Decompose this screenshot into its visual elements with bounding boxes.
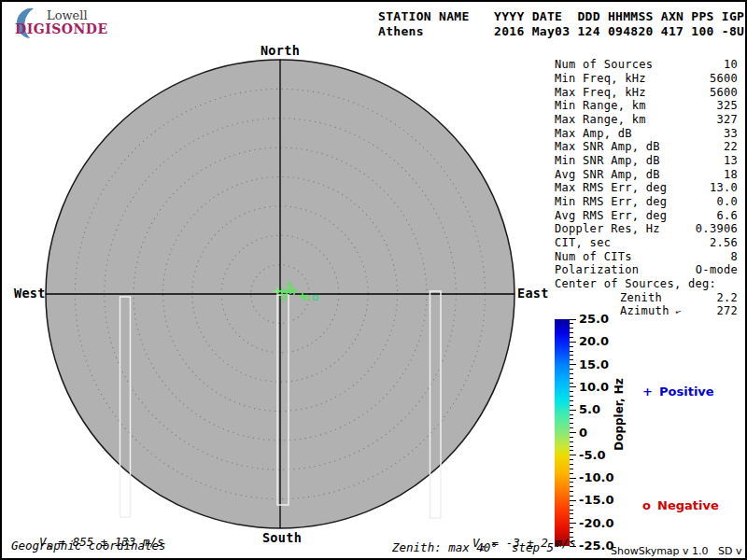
colorbar-tick (570, 323, 573, 324)
lowell-digisonde-logo: Lowell DIGISONDE (7, 7, 129, 38)
logo-digisonde-text: DIGISONDE (15, 21, 108, 36)
stat-value: 327 (716, 113, 738, 126)
colorbar-tick-label: 15.0 (579, 357, 609, 371)
stat-row: Min SNR Amp, dB13 (555, 154, 738, 168)
colorbar-tick-label: 10.0 (579, 380, 609, 394)
colorbar-tick (570, 450, 573, 451)
azimuth-direction-icon: ← (673, 306, 682, 317)
colorbar-tick (570, 319, 576, 320)
stat-value: 22 (724, 140, 738, 153)
colorbar-tick-label: -25.0 (579, 539, 613, 553)
stat-value: 5600 (710, 86, 738, 99)
zenith-ring (134, 147, 427, 441)
colorbar-tick (570, 369, 573, 370)
plus-marker-icon: + (642, 385, 653, 399)
colorbar-tick (570, 400, 573, 401)
datetime-header: YYYY DATE DDD HHMMSS AXN PPS IGP (494, 9, 744, 23)
colorbar-tick (570, 391, 573, 392)
version-text: ShowSkymap v 1.0 SD v 5.1 (611, 545, 747, 557)
stat-row: Avg RMS Err, deg6.6 (555, 208, 738, 222)
stat-value: 10 (724, 58, 738, 71)
colorbar-tick (570, 510, 573, 511)
colorbar-axis-title: Doppler, Hz (613, 378, 626, 451)
stat-label: Max Range, km (555, 113, 646, 126)
colorbar-tick-label: -20.0 (579, 516, 613, 530)
colorbar-tick-label: 20.0 (579, 334, 609, 348)
legend-positive-label: Positive (659, 385, 714, 399)
stat-row: Num of Sources10 (555, 58, 738, 72)
colorbar-tick (570, 405, 573, 406)
showskymap-window: Lowell DIGISONDE STATION NAME Athens YYY… (0, 0, 747, 560)
colorbar-tick (570, 496, 573, 497)
stat-row: Zenith2.2 (555, 290, 738, 304)
stats-panel: Num of Sources10Min Freq, kHz5600Max Fre… (555, 58, 738, 318)
station-name-value: Athens (378, 24, 424, 38)
stat-label: Avg SNR Amp, dB (555, 168, 660, 181)
datetime-value: 2016 May03 124 094820 417 100 -8U (494, 24, 744, 38)
stat-label: Num of Sources (555, 58, 653, 71)
stat-value: 13.0 (710, 181, 738, 194)
stat-label: Min SNR Amp, dB (555, 154, 660, 167)
colorbar-tick-label: 5.0 (579, 402, 600, 416)
stat-label: Max RMS Err, deg (555, 181, 667, 194)
colorbar-tick (570, 441, 573, 442)
stat-value: 0.0 (716, 195, 738, 208)
zenith-ring (105, 119, 457, 470)
stat-row: Max Range, km327 (555, 113, 738, 127)
colorbar-tick (570, 486, 573, 487)
stat-row: CIT, sec2.56 (555, 236, 738, 250)
colorbar-tick (570, 423, 573, 424)
colorbar-tick-label: -10.0 (579, 470, 613, 484)
colorbar-tick (570, 414, 573, 415)
zenith-ring (251, 265, 310, 324)
colorbar-tick (570, 346, 573, 347)
colorbar-tick (570, 464, 573, 465)
colorbar-tick (570, 473, 573, 474)
white-bar (430, 291, 442, 518)
colorbar-tick (570, 373, 573, 374)
zenith-ring (163, 177, 398, 412)
stat-value: 6.6 (716, 209, 738, 222)
stat-value: 272 (716, 304, 738, 317)
stat-row: Max SNR Amp, dB22 (555, 140, 738, 154)
zenith-ring (192, 206, 368, 382)
stat-row: Center of Sources, deg: (555, 277, 738, 291)
colorbar-tick (570, 386, 576, 387)
colorbar-tick (570, 427, 573, 428)
stat-label: Min Freq, kHz (555, 72, 646, 85)
colorbar-tick (570, 351, 573, 352)
zenith-ring (221, 235, 339, 353)
station-name-header: STATION NAME (378, 9, 470, 23)
stat-row: Avg SNR Amp, dB18 (555, 167, 738, 181)
stat-row: Doppler Res, Hz0.3906 (555, 222, 738, 236)
colorbar-tick (570, 418, 573, 419)
stat-row: Max RMS Err, deg13.0 (555, 181, 738, 195)
legend-negative-label: Negative (657, 498, 719, 512)
logo-lowell-text: Lowell (47, 8, 88, 22)
stat-label: Avg RMS Err, deg (555, 209, 667, 222)
colorbar-tick (570, 469, 573, 469)
colorbar-tick (570, 332, 573, 333)
colorbar-tick (570, 455, 576, 455)
colorbar-tick (570, 459, 573, 460)
legend-negative: oNegative (626, 484, 719, 526)
colorbar-tick-label: -5.0 (579, 448, 605, 462)
colorbar-tick (570, 396, 573, 397)
circle-marker-icon: o (642, 498, 651, 512)
compass-east-label: East (517, 286, 549, 301)
white-bar (277, 295, 289, 505)
stat-label: Min RMS Err, deg (555, 195, 667, 208)
source-circle-marker (281, 295, 286, 300)
compass-north-label: North (261, 43, 300, 58)
colorbar-tick (570, 437, 573, 438)
coordinates-note: Geographic coordinates (11, 539, 166, 553)
stat-value: 2.56 (710, 236, 738, 249)
stat-value: 2.2 (716, 291, 738, 304)
stat-value: 5600 (710, 72, 738, 85)
stat-label: CIT, sec (555, 236, 611, 249)
stat-row: Min RMS Err, deg0.0 (555, 195, 738, 209)
stat-label: Max SNR Amp, dB (555, 140, 660, 153)
colorbar-tick (570, 518, 573, 519)
skymap-outer-circle (46, 60, 514, 528)
white-bar (120, 297, 131, 517)
